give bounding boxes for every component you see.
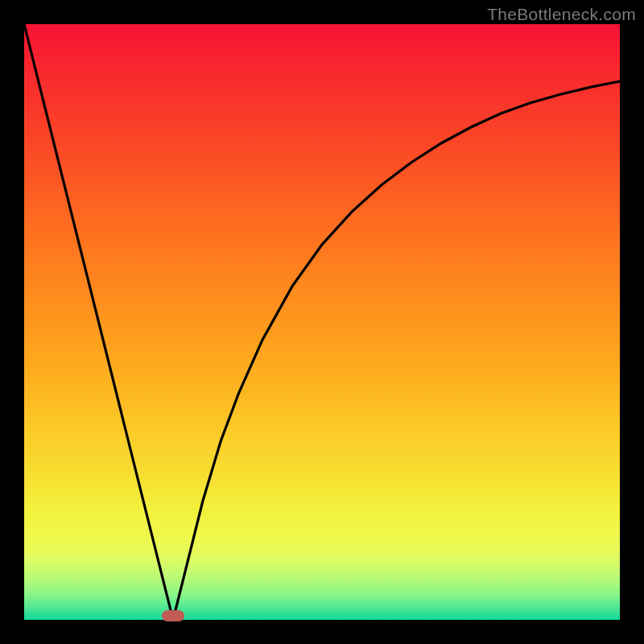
curve-svg xyxy=(24,24,620,620)
plot-area xyxy=(24,24,620,620)
minimum-marker xyxy=(162,610,184,621)
watermark-text: TheBottleneck.com xyxy=(487,5,636,24)
chart-frame: TheBottleneck.com xyxy=(0,0,644,644)
bottleneck-curve xyxy=(24,24,620,620)
